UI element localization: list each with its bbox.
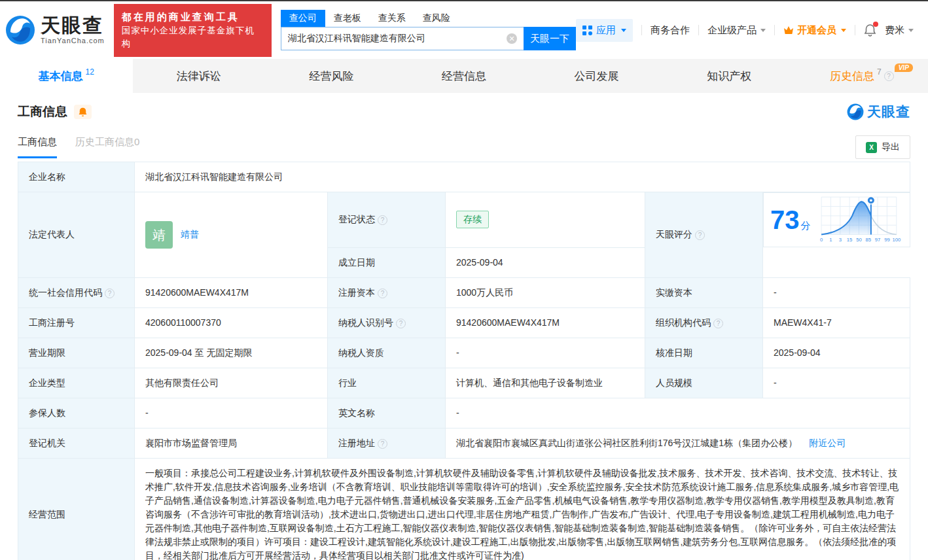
table-row: 企业名称 湖北省汉江科讯智能建造有限公司: [18, 162, 910, 192]
credit-code-label: 统一社会信用代码?: [18, 277, 135, 307]
help-icon[interactable]: ?: [396, 319, 406, 328]
tianyancha-logo[interactable]: 天眼查 TianYanCha.com: [5, 15, 105, 45]
establish-date-label: 成立日期: [328, 247, 446, 277]
subtab-history-business-info[interactable]: 历史工商信息0: [75, 136, 139, 158]
reg-number-label: 工商注册号: [18, 307, 135, 338]
user-menu[interactable]: 费米: [885, 24, 914, 37]
reg-authority-label: 登记机关: [18, 428, 135, 458]
search-module: 查公司 查老板 查关系 查风险 ✕ 天眼一下: [281, 10, 576, 50]
help-icon[interactable]: ?: [378, 439, 387, 449]
clear-search-icon[interactable]: ✕: [507, 33, 517, 44]
chart-x-axis: 0 1 3 15 50 85 97 99 100: [819, 237, 900, 243]
open-vip-button[interactable]: 开通会员: [783, 24, 846, 37]
business-info-table: 企业名称 湖北省汉江科讯智能建造有限公司 法定代表人 靖 靖普 登记状态? 存续: [18, 162, 910, 560]
brand-domain: TianYanCha.com: [41, 37, 105, 44]
reg-authority-value: 襄阳市市场监督管理局: [135, 428, 328, 458]
tab-count: 7: [877, 67, 882, 77]
svg-text:97: 97: [874, 237, 880, 243]
reg-capital-value: 1000万人民币: [446, 277, 645, 307]
nearby-companies-link[interactable]: 附近公司: [809, 438, 846, 448]
export-button[interactable]: X 导出: [855, 135, 910, 159]
search-tab-company[interactable]: 查公司: [281, 10, 325, 27]
tab-intellectual-property[interactable]: 知识产权: [663, 59, 796, 93]
tab-basic-info[interactable]: 基本信息 12: [0, 59, 133, 93]
taxpayer-id-label: 纳税人识别号?: [328, 307, 446, 338]
score-label: 天眼评分?: [645, 192, 763, 278]
english-name-value: -: [446, 398, 910, 428]
tab-operating-risk[interactable]: 经营风险: [265, 59, 398, 93]
table-row: 登记机关 襄阳市市场监督管理局 注册地址? 湖北省襄阳市襄城区真武山街道张公祠社…: [18, 428, 910, 458]
legal-rep-link[interactable]: 靖普: [181, 228, 199, 241]
company-section-tabs: 基本信息 12 法律诉讼 经营风险 经营信息 公司发展 知识产权 VIP 历史信…: [0, 59, 928, 93]
taxpayer-quality-label: 纳税人资质: [328, 338, 446, 368]
tianyancha-logo-icon: [847, 103, 864, 120]
tab-company-development[interactable]: 公司发展: [530, 59, 663, 93]
apps-menu[interactable]: 应用: [576, 19, 633, 42]
help-icon[interactable]: ?: [105, 289, 115, 298]
tab-operating-info[interactable]: 经营信息: [398, 59, 531, 93]
section-title: 工商信息: [18, 103, 67, 120]
approval-date-label: 核准日期: [645, 338, 763, 368]
business-term-label: 营业期限: [18, 338, 135, 368]
username: 费米: [885, 24, 904, 37]
table-row: 统一社会信用代码? 91420600MAEW4X417M 注册资本? 1000万…: [18, 277, 910, 307]
insured-value: -: [135, 398, 328, 428]
table-row: 参保人数 - 英文名称 -: [18, 398, 910, 428]
svg-text:50: 50: [856, 237, 862, 243]
search-input[interactable]: [281, 27, 524, 50]
insured-label: 参保人数: [18, 398, 135, 428]
help-icon[interactable]: ?: [884, 71, 894, 81]
reg-status-label: 登记状态?: [328, 192, 446, 248]
brand-name: 天眼查: [41, 16, 105, 35]
search-button[interactable]: 天眼一下: [524, 27, 576, 50]
credit-code-value: 91420600MAEW4X417M: [135, 277, 328, 307]
chevron-down-icon: [908, 29, 914, 32]
svg-text:99: 99: [884, 237, 890, 243]
svg-text:0: 0: [819, 237, 822, 243]
tab-count: 12: [86, 67, 94, 77]
reg-address-value: 湖北省襄阳市襄城区真武山街道张公祠社区胜利街176号汉江城建1栋（集团办公楼）附…: [446, 428, 910, 458]
reg-status-value: 存续: [446, 192, 645, 248]
business-info-subtabs: 工商信息 历史工商信息0: [18, 136, 139, 158]
help-icon[interactable]: ?: [695, 230, 705, 240]
reg-address-label: 注册地址?: [328, 428, 446, 458]
search-tab-boss[interactable]: 查老板: [325, 10, 370, 27]
establish-date-value: 2025-09-04: [446, 247, 645, 277]
tab-legal-proceedings[interactable]: 法律诉讼: [133, 59, 266, 93]
chevron-down-icon: [841, 29, 846, 32]
taxpayer-id-value: 91420600MAEW4X417M: [446, 307, 645, 338]
company-type-value: 其他有限责任公司: [135, 368, 328, 398]
svg-text:85: 85: [865, 237, 871, 243]
help-icon[interactable]: ?: [713, 319, 723, 328]
chevron-down-icon: [760, 29, 766, 32]
search-tabs: 查公司 查老板 查关系 查风险: [281, 10, 576, 27]
main-content: 工商信息 天眼查 工商信息 历史工商信息0 X 导出: [0, 103, 928, 560]
slogan-banner: 都在用的商业查询工具 国家中小企业发展子基金旗下机构: [114, 4, 272, 57]
notification-bell[interactable]: [864, 24, 876, 37]
tab-history-info[interactable]: VIP 历史信息 7 ?: [795, 59, 928, 93]
help-icon[interactable]: ?: [378, 289, 387, 298]
svg-text:15: 15: [846, 237, 852, 243]
staff-size-label: 人员规模: [645, 368, 763, 398]
nav-enterprise-products[interactable]: 企业级产品: [707, 24, 766, 37]
paid-capital-label: 实缴资本: [645, 277, 763, 307]
apps-label: 应用: [596, 24, 616, 37]
bell-icon: [78, 107, 88, 117]
taxpayer-quality-value: -: [446, 338, 645, 368]
svg-text:3: 3: [838, 237, 841, 243]
english-name-label: 英文名称: [328, 398, 446, 428]
subtab-business-info[interactable]: 工商信息: [18, 136, 57, 158]
search-tab-risk[interactable]: 查风险: [414, 10, 459, 27]
help-icon[interactable]: ?: [378, 215, 387, 225]
org-code-label: 组织机构代码?: [645, 307, 763, 338]
subscribe-bell-button[interactable]: [74, 105, 92, 119]
site-header: 天眼查 TianYanCha.com 都在用的商业查询工具 国家中小企业发展子基…: [0, 1, 928, 59]
svg-text:1: 1: [829, 237, 832, 243]
search-tab-relation[interactable]: 查关系: [370, 10, 414, 27]
app-grid-icon: [582, 26, 592, 35]
nav-cooperation[interactable]: 商务合作: [651, 24, 690, 37]
table-row: 经营范围 一般项目：承接总公司工程建设业务,计算机软硬件及外围设备制造,计算机软…: [18, 458, 910, 560]
company-name-label: 企业名称: [18, 162, 135, 192]
legal-rep-avatar[interactable]: 靖: [145, 221, 173, 249]
approval-date-value: 2025-09-04: [763, 338, 910, 368]
